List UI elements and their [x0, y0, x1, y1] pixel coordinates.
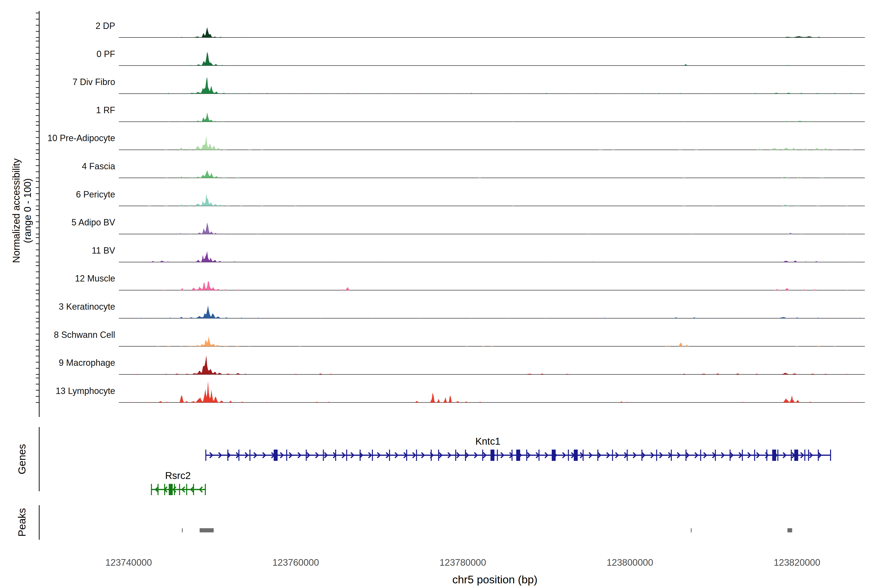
exon-mark [700, 450, 701, 461]
exon-mark [306, 450, 307, 461]
exon-mark [597, 450, 598, 461]
exon-mark [151, 484, 152, 495]
exon-mark [791, 450, 792, 461]
exon-mark [538, 450, 540, 461]
exon-mark [641, 450, 642, 461]
exon-block [552, 450, 556, 461]
exon-block [516, 450, 520, 461]
exon-mark [205, 484, 206, 495]
peak-box [788, 528, 792, 532]
exon-mark [804, 450, 806, 461]
exon-mark [482, 450, 483, 461]
exon-mark [174, 484, 175, 495]
exon-mark [238, 450, 239, 461]
exon-mark [438, 450, 439, 461]
exon-mark [158, 484, 159, 495]
exon-mark [671, 450, 672, 461]
exon-block [794, 450, 798, 461]
exon-mark [777, 450, 778, 461]
peak-box [691, 528, 692, 532]
exon-mark [686, 450, 687, 461]
track-signal [119, 27, 865, 38]
track-signal [119, 356, 865, 375]
exon-mark [193, 484, 194, 495]
exon-mark [526, 450, 527, 461]
exon-mark [406, 450, 407, 461]
exon-mark [323, 450, 324, 461]
peak-box [200, 528, 214, 532]
exon-block [574, 450, 578, 461]
exon-mark [512, 450, 513, 461]
exon-mark [346, 450, 347, 461]
exon-block [274, 450, 278, 461]
exon-mark [465, 450, 466, 461]
exon-mark [818, 450, 819, 461]
exon-block [169, 484, 173, 495]
exon-mark [583, 450, 584, 461]
exon-mark [627, 450, 628, 461]
track-signal [119, 194, 865, 206]
exon-mark [742, 450, 743, 461]
exon-mark [186, 484, 187, 495]
track-signal [119, 306, 865, 318]
exon-mark [372, 450, 373, 461]
track-signal [119, 136, 865, 150]
track-signal [119, 112, 865, 122]
track-signal [119, 251, 865, 262]
exon-mark [808, 450, 809, 461]
track-signal [119, 336, 865, 346]
track-signal [119, 77, 865, 94]
track-signal [119, 381, 865, 402]
exon-mark [286, 450, 287, 461]
exon-mark [830, 450, 831, 461]
exon-mark [431, 450, 432, 461]
exon-mark [656, 450, 657, 461]
peak-box [182, 528, 183, 532]
exon-mark [568, 450, 569, 461]
exon-mark [179, 484, 180, 495]
exon-mark [612, 450, 613, 461]
exon-mark [360, 450, 361, 461]
exon-block [772, 450, 776, 461]
exon-mark [715, 450, 716, 461]
exon-mark [416, 450, 417, 461]
exon-block [490, 450, 494, 461]
track-signal [119, 52, 865, 65]
exon-mark [227, 450, 228, 461]
exon-mark [164, 484, 165, 495]
track-signal [119, 281, 865, 290]
coverage-plot-canvas [0, 0, 882, 588]
exon-mark [205, 450, 206, 461]
exon-mark [249, 450, 250, 461]
exon-mark [455, 450, 456, 461]
exon-mark [766, 450, 767, 461]
exon-mark [754, 450, 755, 461]
track-signal [119, 170, 865, 178]
exon-mark [497, 450, 498, 461]
exon-mark [335, 450, 336, 461]
exon-mark [730, 450, 730, 461]
exon-mark [389, 450, 390, 461]
coverage-figure: Normalized accessibility (range 0 - 100)… [0, 0, 882, 588]
track-signal [119, 222, 865, 234]
